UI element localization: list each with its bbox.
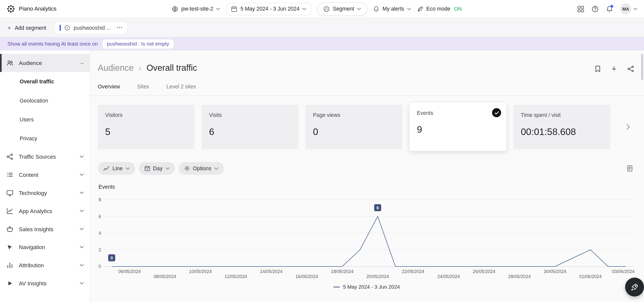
collapse-icon[interactable]: –	[80, 60, 84, 66]
segment-picker[interactable]: Segment	[317, 2, 367, 15]
date-range-value: 5 May 2024 - 3 Jun 2024	[240, 6, 300, 12]
sidebar-item-label: App Analytics	[19, 208, 52, 214]
bar-chart-icon	[6, 261, 13, 269]
chart-title: Events	[99, 184, 636, 190]
site-picker[interactable]: pw-test-site-2	[172, 6, 220, 12]
help-icon[interactable]	[591, 5, 599, 12]
kpi-value: 5	[105, 126, 187, 137]
tab-level-2-sites[interactable]: Level 2 sites	[166, 83, 196, 95]
sidebar-item-label: Content	[19, 172, 38, 178]
svg-text:8: 8	[99, 197, 101, 202]
sidebar-item-attribution[interactable]: Attribution	[0, 256, 90, 274]
date-range-picker[interactable]: 5 May 2024 - 3 Jun 2024	[226, 3, 311, 15]
segment-icon	[323, 6, 330, 12]
sidebar-item-content[interactable]: Content	[0, 166, 90, 184]
kpi-value: 9	[417, 124, 499, 135]
sidebar-item-geolocation[interactable]: Geolocation	[0, 91, 90, 110]
sidebar-item-navigation[interactable]: Navigation	[0, 238, 90, 256]
granularity-select[interactable]: Day	[139, 162, 175, 175]
piano-analytics-app: Piano Analytics pw-test-site-2	[0, 0, 644, 302]
tabs: Overview Sites Level 2 sites	[98, 83, 636, 95]
tab-sites[interactable]: Sites	[137, 83, 149, 95]
eco-mode-toggle[interactable]: Eco mode ON	[417, 6, 462, 12]
chevron-right-icon[interactable]	[626, 124, 630, 130]
sidebar-item-label: AV Insights	[19, 280, 47, 286]
svg-text:2: 2	[99, 247, 101, 252]
breadcrumb-parent[interactable]: Audience	[98, 63, 134, 73]
eco-mode-state: ON	[454, 6, 462, 12]
svg-text:6: 6	[377, 205, 379, 210]
events-line-chart[interactable]: 0246806/05/202408/05/202410/05/202412/05…	[98, 193, 640, 282]
sidebar-item-label: Traffic Sources	[19, 154, 56, 160]
svg-text:24/05/2024: 24/05/2024	[437, 274, 460, 279]
tab-overview[interactable]: Overview	[98, 83, 120, 95]
svg-text:28/05/2024: 28/05/2024	[508, 274, 531, 279]
chart-legend: 5 May 2024 - 3 Jun 2024	[98, 284, 636, 290]
download-icon[interactable]	[611, 65, 617, 73]
sidebar-item-label: Attribution	[19, 262, 44, 268]
kpi-value: 0	[313, 126, 395, 137]
chevron-down-icon	[80, 282, 84, 285]
document-icon[interactable]	[626, 165, 633, 172]
filter-description: Show all events having At least once on	[7, 41, 98, 47]
chart-line-icon	[6, 207, 13, 215]
pointer-icon	[6, 244, 13, 250]
segment-chip[interactable]: pushwooshid ...	[55, 22, 127, 33]
svg-text:18/05/2024: 18/05/2024	[331, 269, 353, 274]
kpi-value: 6	[209, 126, 291, 137]
chevron-down-icon	[216, 8, 220, 10]
notifications-bell-icon[interactable]	[606, 5, 613, 12]
monitor-icon	[6, 189, 13, 196]
chevron-down-icon	[80, 228, 84, 230]
bookmark-icon[interactable]	[595, 65, 601, 73]
my-alerts-menu[interactable]: My alerts	[373, 6, 411, 12]
chevron-down-icon	[80, 155, 84, 158]
sidebar-item-users[interactable]: Users	[0, 110, 90, 129]
svg-text:03/06/2024: 03/06/2024	[612, 269, 635, 274]
assistant-fab-button[interactable]	[625, 278, 644, 297]
breadcrumb: Audience › Overall traffic	[98, 63, 197, 73]
sidebar-item-av-insights[interactable]: AV Insights	[0, 274, 90, 292]
kpi-card-page-views[interactable]: Page views 0	[306, 105, 403, 149]
topbar-controls: pw-test-site-2 5 May 2024 - 3 Jun 2024	[61, 2, 572, 15]
brand-name: Piano Analytics	[19, 6, 56, 12]
calendar-icon	[231, 6, 237, 12]
svg-text:22/05/2024: 22/05/2024	[402, 269, 424, 274]
kpi-card-time-spent[interactable]: Time spent / visit 00:01:58.608	[513, 105, 610, 149]
sidebar-item-label: Sales Insights	[19, 226, 53, 232]
avatar: MA	[620, 3, 631, 14]
brand[interactable]: Piano Analytics	[7, 5, 56, 13]
piano-logo-icon	[7, 5, 15, 13]
page-actions	[595, 65, 634, 73]
sidebar-item-traffic-sources[interactable]: Traffic Sources	[0, 148, 90, 166]
share-icon[interactable]	[627, 65, 634, 73]
account-menu[interactable]: MA	[620, 3, 637, 14]
ellipsis-icon[interactable]	[116, 27, 122, 28]
eco-leaf-icon	[417, 6, 423, 12]
sidebar-item-app-analytics[interactable]: App Analytics	[0, 202, 90, 220]
topbar-actions: MA	[577, 3, 637, 14]
add-segment-button[interactable]: + Add segment	[7, 24, 46, 31]
filter-condition-pill[interactable]: pushwooshid : Is not empty	[103, 39, 173, 48]
sidebar-item-privacy[interactable]: Privacy	[0, 129, 90, 148]
apps-grid-icon[interactable]	[577, 5, 584, 12]
segment-chip-label: pushwooshid ...	[74, 24, 111, 30]
sidebar-item-technology[interactable]: Technology	[0, 184, 90, 202]
kpi-card-events[interactable]: Events 9	[410, 103, 506, 151]
legend-label: 5 May 2024 - 3 Jun 2024	[343, 284, 400, 290]
kpi-card-visits[interactable]: Visits 6	[202, 105, 299, 149]
chart-type-select[interactable]: Line	[98, 162, 135, 175]
kpi-label: Visits	[209, 112, 291, 118]
options-select[interactable]: Options	[179, 162, 224, 175]
sidebar-item-overall-traffic[interactable]: Overall traffic	[0, 72, 90, 91]
sidebar-item-audience[interactable]: Audience –	[0, 54, 90, 72]
play-icon	[6, 280, 13, 287]
sidebar-item-sales-insights[interactable]: Sales Insights	[0, 220, 90, 238]
eco-mode-label: Eco mode	[426, 6, 451, 12]
kpi-card-visitors[interactable]: Visitors 5	[98, 105, 195, 149]
scrollbar[interactable]	[641, 54, 643, 80]
line-chart-icon	[103, 165, 110, 172]
svg-text:12/05/2024: 12/05/2024	[225, 274, 247, 279]
legend-swatch	[334, 287, 340, 287]
options-label: Options	[193, 165, 211, 171]
